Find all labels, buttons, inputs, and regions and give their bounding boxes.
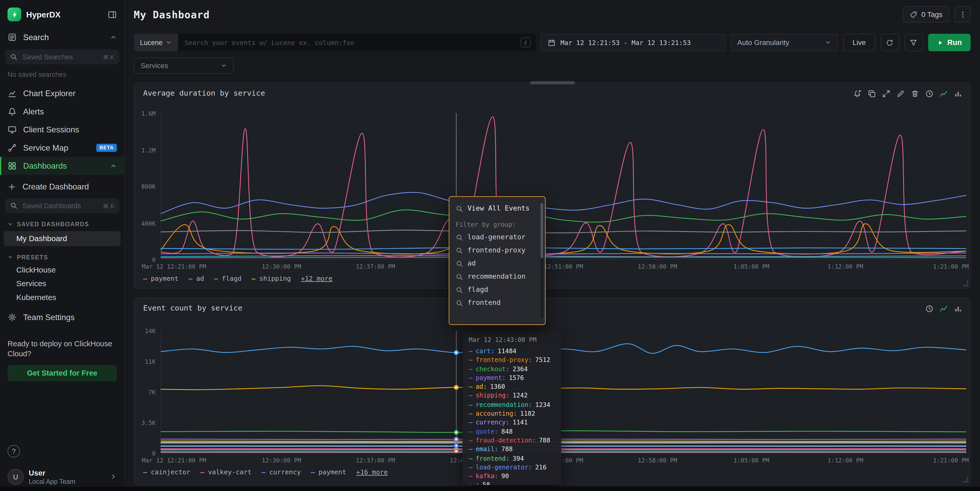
filter-button[interactable]	[904, 34, 923, 51]
panel-drag-handle[interactable]	[530, 81, 575, 84]
chevron-up-icon	[110, 34, 117, 41]
time-range-button[interactable]: Mar 12 12:21:53 - Mar 12 13:21:53	[540, 34, 725, 51]
filter-group-item-ad[interactable]: ad	[449, 257, 545, 270]
sidebar-item-service-map[interactable]: Service Map BETA	[0, 139, 124, 157]
series-color-dash: –	[469, 427, 473, 436]
bar-chart-toggle[interactable]	[953, 303, 964, 315]
create-alert-button[interactable]	[852, 88, 863, 100]
line-chart-toggle[interactable]	[938, 88, 950, 100]
sidebar-item-clickhouse[interactable]: ClickHouse	[0, 263, 124, 276]
help-button[interactable]: ?	[8, 445, 20, 457]
query-language-label: Lucene	[140, 39, 163, 46]
bar-chart-toggle[interactable]	[953, 88, 964, 100]
popup-scrollbar-thumb[interactable]	[541, 203, 543, 258]
legend-item-flagd[interactable]: —flagd	[214, 274, 242, 282]
sidebar-item-team-settings[interactable]: Team Settings	[0, 308, 124, 326]
series-color-dash: –	[469, 347, 473, 356]
saved-searches-search[interactable]: ⌘ K	[5, 49, 119, 64]
get-started-button[interactable]: Get Started for Free	[8, 365, 117, 381]
series-name: accounting:	[476, 410, 517, 418]
saved-dashboards-search[interactable]: ⌘ K	[5, 198, 119, 213]
legend-item-payment[interactable]: —payment	[311, 468, 346, 475]
sidebar-item-chart-explorer[interactable]: Chart Explorer	[0, 84, 124, 103]
edit-chart-button[interactable]	[895, 88, 906, 100]
granularity-select[interactable]: Auto Granularity	[730, 34, 838, 51]
series-color-dash: –	[469, 481, 473, 485]
series-color-dash: –	[469, 445, 473, 454]
x-axis-tick: 12:30:00 PM	[262, 457, 301, 464]
chart-legend: —cainjector—valkey-cart—currency—payment…	[143, 468, 388, 475]
user-menu[interactable]: U User Local App Team	[8, 465, 117, 486]
saved-dashboards-input[interactable]	[21, 201, 99, 210]
y-axis-tick: 7K	[149, 389, 156, 396]
event-search-input[interactable]	[183, 38, 520, 47]
time-override-button[interactable]	[924, 303, 935, 315]
filter-group-item-load-generator[interactable]: load-generator	[449, 230, 545, 244]
saved-searches-input[interactable]	[21, 52, 99, 61]
query-language-select[interactable]: Lucene	[134, 34, 178, 51]
resize-handle[interactable]	[963, 281, 968, 286]
legend-item-currency[interactable]: —currency	[261, 468, 301, 475]
bottom-edge	[0, 487, 980, 491]
view-all-events-button[interactable]: View All Events	[449, 202, 545, 218]
more-options-button[interactable]	[954, 6, 970, 22]
legend-more-link[interactable]: +16 more	[356, 468, 388, 475]
x-axis-tick: 12:37:00 PM	[356, 457, 395, 464]
search-icon	[455, 246, 463, 254]
sidebar-item-client-sessions[interactable]: Client Sessions	[0, 121, 124, 139]
search-section-toggle[interactable]: Search	[0, 27, 124, 47]
tooltip-row: –recommendation:1234	[469, 400, 555, 410]
tooltip-row: –cart:11484	[469, 347, 555, 356]
chart-plot[interactable]	[161, 331, 966, 453]
y-axis-tick: 3.5K	[142, 419, 156, 426]
chart-canvas[interactable]	[161, 113, 966, 259]
search-icon	[455, 286, 463, 293]
filter-group-item-frontend-proxy[interactable]: frontend-proxy	[449, 244, 545, 257]
refresh-button[interactable]	[880, 34, 899, 51]
filter-group-item-frontend[interactable]: frontend	[449, 296, 545, 309]
tooltip-row: –:58	[469, 481, 555, 485]
sidebar-item-dashboards[interactable]: Dashboards	[0, 157, 124, 175]
sidebar-item-services[interactable]: Services	[0, 277, 124, 291]
time-override-button[interactable]	[924, 88, 935, 100]
presets-section-toggle[interactable]: PRESETS	[0, 248, 124, 263]
live-button[interactable]: Live	[843, 34, 875, 51]
legend-more-link[interactable]: +12 more	[301, 274, 332, 282]
line-chart-toggle[interactable]	[938, 303, 950, 315]
legend-item-payment[interactable]: —payment	[143, 274, 179, 282]
series-color-dash: –	[469, 463, 473, 472]
services-filter-select[interactable]: Services	[134, 57, 234, 74]
resize-handle[interactable]	[963, 477, 968, 483]
collapse-sidebar-button[interactable]	[106, 8, 118, 20]
series-name: cart:	[476, 347, 494, 356]
filter-group-item-flagd[interactable]: flagd	[449, 283, 545, 296]
tags-button[interactable]: 0 Tags	[903, 6, 950, 22]
legend-item-ad[interactable]: —ad	[188, 274, 204, 282]
filter-group-item-recommendation[interactable]: recommendation	[449, 270, 545, 283]
tooltip-rows: –cart:11484–frontend-proxy:7512–checkout…	[469, 347, 555, 485]
chart-canvas[interactable]	[161, 331, 966, 453]
sidebar-item-alerts[interactable]: Alerts	[0, 103, 124, 121]
expand-chart-button[interactable]	[880, 88, 892, 100]
search-icon	[10, 202, 18, 209]
legend-item-cainjector[interactable]: —cainjector	[143, 468, 191, 475]
filter-group-list: load-generatorfrontend-proxyadrecommenda…	[449, 230, 545, 309]
popup-scrollbar[interactable]	[541, 203, 543, 318]
x-axis-labels: Mar 12 12:21:00 PM12:30:00 PM12:37:00 PM…	[161, 457, 966, 464]
create-dashboard-button[interactable]: Create Dashboard	[0, 177, 124, 195]
saved-dashboards-section-toggle[interactable]: SAVED DASHBOARDS	[0, 215, 124, 230]
legend-item-shipping[interactable]: —shipping	[252, 274, 291, 282]
chart-plot[interactable]	[161, 113, 966, 259]
sidebar-item-kubernetes[interactable]: Kubernetes	[0, 291, 124, 304]
tooltip-row: –currency:1141	[469, 418, 555, 427]
run-button[interactable]: Run	[928, 34, 970, 51]
delete-chart-button[interactable]	[909, 88, 921, 100]
dashboards-grid-icon	[8, 161, 17, 170]
legend-item-valkey-cart[interactable]: —valkey-cart	[200, 468, 251, 475]
duplicate-chart-button[interactable]	[866, 88, 878, 100]
x-axis-tick: 12:58:00 PM	[638, 457, 677, 464]
brand[interactable]: HyperDX	[8, 8, 106, 21]
clock-icon	[925, 89, 934, 98]
sidebar-item-my-dashboard[interactable]: My Dashboard	[4, 231, 121, 246]
tooltip-row: –load-generator:216	[469, 463, 555, 472]
